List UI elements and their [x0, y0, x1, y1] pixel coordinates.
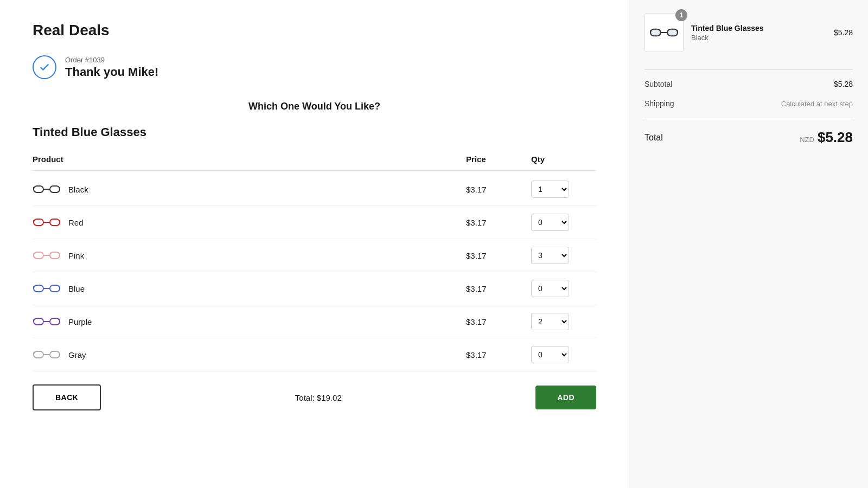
col-product-header: Product: [33, 155, 466, 164]
cart-item-image: 1: [644, 13, 684, 52]
table-row: Gray $3.17 012345: [33, 338, 596, 371]
svg-line-3: [33, 187, 34, 189]
thank-you-message: Thank you Mike!: [65, 65, 158, 79]
add-button[interactable]: ADD: [535, 386, 596, 409]
svg-line-14: [60, 253, 60, 255]
product-info: Purple: [33, 313, 466, 330]
shipping-value: Calculated at next step: [781, 100, 853, 108]
qty-select-black[interactable]: 012345: [531, 181, 569, 198]
svg-line-29: [60, 352, 60, 355]
cart-badge: 1: [675, 9, 687, 21]
bottom-bar: BACK Total: $19.02 ADD: [33, 371, 596, 410]
price-red: $3.17: [466, 218, 531, 227]
svg-rect-0: [34, 186, 43, 192]
svg-line-23: [33, 319, 34, 322]
check-circle-icon: [33, 55, 56, 79]
table-row: Purple $3.17 012345: [33, 305, 596, 338]
svg-line-4: [60, 187, 60, 189]
svg-rect-1: [50, 186, 60, 192]
cart-item: 1 Tinted Blue Glasses Black $5.28: [644, 13, 853, 52]
glasses-icon-pink: [33, 247, 61, 264]
table-row: Black $3.17 012345: [33, 173, 596, 206]
table-row: Pink $3.17 012345: [33, 239, 596, 272]
col-qty-header: Qty: [531, 155, 596, 164]
svg-line-33: [650, 30, 650, 33]
price-black: $3.17: [466, 185, 531, 194]
cart-item-price: $5.28: [834, 28, 853, 37]
product-name-red: Red: [68, 218, 84, 227]
svg-line-34: [678, 30, 678, 33]
svg-rect-21: [50, 318, 60, 325]
cart-item-details: Tinted Blue Glasses Black: [691, 24, 826, 42]
glasses-icon-red: [33, 214, 61, 231]
summary-divider: [644, 69, 853, 70]
svg-rect-15: [34, 285, 43, 292]
total-amount: NZD $5.28: [800, 129, 853, 146]
svg-line-18: [33, 286, 34, 288]
svg-rect-25: [34, 351, 43, 358]
product-info: Blue: [33, 280, 466, 297]
product-info: Red: [33, 214, 466, 231]
right-panel: 1 Tinted Blue Glasses Black $5.28 Subtot…: [629, 0, 868, 488]
price-purple: $3.17: [466, 317, 531, 326]
svg-line-19: [60, 286, 60, 288]
subtotal-label: Subtotal: [644, 80, 672, 88]
cart-item-name: Tinted Blue Glasses: [691, 24, 826, 33]
table-row: Blue $3.17 012345: [33, 272, 596, 305]
product-table: Product Price Qty Black $3.17: [33, 150, 596, 371]
svg-line-9: [60, 220, 60, 222]
order-number: Order #1039: [65, 56, 158, 64]
product-info: Pink: [33, 247, 466, 264]
svg-rect-16: [50, 285, 60, 292]
svg-line-28: [33, 352, 34, 355]
svg-rect-31: [667, 29, 678, 36]
glasses-icon-black: [33, 181, 61, 198]
svg-rect-6: [50, 219, 60, 226]
product-title: Tinted Blue Glasses: [33, 125, 596, 139]
qty-select-blue[interactable]: 012345: [531, 280, 569, 297]
total-value: $5.28: [818, 129, 853, 146]
shipping-row: Shipping Calculated at next step: [644, 94, 853, 113]
subtotal-value: $5.28: [834, 80, 853, 88]
shipping-label: Shipping: [644, 99, 674, 108]
store-title: Real Deals: [33, 22, 596, 39]
cart-item-variant: Black: [691, 34, 826, 42]
svg-rect-20: [34, 318, 43, 325]
table-header: Product Price Qty: [33, 150, 596, 171]
total-label: Total: [644, 133, 663, 143]
price-blue: $3.17: [466, 284, 531, 293]
glasses-icon-blue: [33, 280, 61, 297]
svg-rect-26: [50, 351, 60, 358]
back-button[interactable]: BACK: [33, 384, 101, 410]
product-name-blue: Blue: [68, 284, 85, 293]
order-info: Order #1039 Thank you Mike!: [65, 56, 158, 79]
total-text: Total: $19.02: [112, 393, 525, 402]
left-panel: Real Deals Order #1039 Thank you Mike! W…: [0, 0, 629, 488]
svg-line-13: [33, 253, 34, 255]
product-info: Gray: [33, 346, 466, 363]
col-price-header: Price: [466, 155, 531, 164]
order-confirmation: Order #1039 Thank you Mike!: [33, 55, 596, 79]
section-heading: Which One Would You Like?: [33, 101, 596, 112]
glasses-icon-purple: [33, 313, 61, 330]
product-name-gray: Gray: [68, 350, 86, 359]
product-name-pink: Pink: [68, 251, 84, 260]
subtotal-row: Subtotal $5.28: [644, 74, 853, 94]
qty-select-red[interactable]: 012345: [531, 214, 569, 231]
price-pink: $3.17: [466, 251, 531, 260]
svg-rect-10: [34, 252, 43, 259]
product-name-black: Black: [68, 185, 88, 194]
qty-select-purple[interactable]: 012345: [531, 313, 569, 330]
table-row: Red $3.17 012345: [33, 206, 596, 239]
glasses-icon-gray: [33, 346, 61, 363]
svg-rect-11: [50, 252, 60, 259]
qty-select-gray[interactable]: 012345: [531, 346, 569, 363]
svg-rect-5: [34, 219, 43, 226]
qty-select-pink[interactable]: 012345: [531, 247, 569, 264]
price-gray: $3.17: [466, 350, 531, 359]
product-name-purple: Purple: [68, 317, 92, 326]
svg-line-24: [60, 319, 60, 322]
svg-line-8: [33, 220, 34, 222]
currency-code: NZD: [800, 136, 814, 144]
product-info: Black: [33, 181, 466, 198]
